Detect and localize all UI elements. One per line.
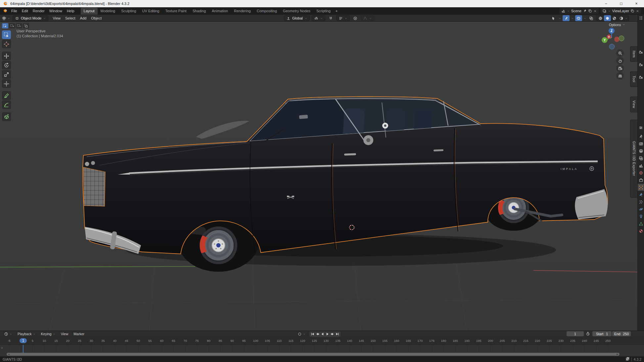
workspace-tab-sculpting[interactable]: Sculpting	[118, 8, 139, 15]
menu-render[interactable]: Render	[30, 8, 47, 14]
properties-tab-collection[interactable]	[639, 178, 643, 183]
workspace-tab-texture-paint[interactable]: Texture Paint	[162, 8, 189, 15]
toggle-xray-button[interactable]	[588, 15, 595, 21]
menu-window[interactable]: Window	[47, 8, 65, 14]
workspace-tab-scripting[interactable]: Scripting	[313, 8, 334, 15]
select-mode-extend[interactable]	[9, 23, 15, 28]
outliner-item-camera[interactable]	[639, 50, 643, 55]
navigation-gizmo[interactable]: Z Y X	[600, 26, 625, 52]
properties-tab-material[interactable]	[639, 229, 643, 234]
workspace-tab-geometry-nodes[interactable]: Geometry Nodes	[280, 8, 313, 15]
use-preview-range-button[interactable]	[586, 332, 590, 337]
shading-material-preview-button[interactable]	[611, 15, 618, 21]
workspace-tab-compositing[interactable]: Compositing	[254, 8, 280, 15]
timeline-menu-playback[interactable]: Playback	[15, 331, 38, 337]
tool-move[interactable]	[2, 52, 11, 60]
frame-start-field[interactable]: Start 1	[592, 331, 612, 336]
tool-select-box[interactable]	[2, 30, 11, 39]
select-mode-set[interactable]	[2, 23, 8, 28]
nav-zoom-button[interactable]	[616, 49, 624, 57]
viewport-3d-scene[interactable]: IMPALA	[0, 0, 644, 362]
viewport-menu-object[interactable]: Object	[89, 16, 104, 21]
timeline-ruler[interactable]: -551015202530354045505560657075808590951…	[0, 337, 644, 345]
tool-annotate[interactable]	[2, 91, 11, 100]
timeline-scrollbar[interactable]	[7, 353, 620, 356]
tool-add-cube[interactable]	[2, 112, 11, 121]
properties-tab-scene[interactable]	[639, 163, 643, 169]
current-frame-field[interactable]: 1	[567, 331, 584, 336]
workspace-tab-uv-editing[interactable]: UV Editing	[139, 8, 162, 15]
mode-selector[interactable]: Object Mode	[13, 15, 48, 21]
transport-jump-to-start[interactable]	[310, 332, 315, 337]
properties-tab-output[interactable]	[639, 149, 643, 154]
editor-type-button[interactable]	[2, 16, 10, 21]
select-mode-subtract[interactable]	[16, 23, 22, 28]
timeline-menu-view[interactable]: View	[59, 331, 71, 337]
workspace-tab-rendering[interactable]: Rendering	[231, 8, 254, 15]
auto-keying-button[interactable]	[295, 331, 308, 337]
sidebar-tab-item[interactable]: Item	[630, 46, 637, 62]
tool-transform[interactable]	[2, 79, 11, 88]
maximize-button[interactable]: □	[614, 0, 629, 7]
workspace-tab-modeling[interactable]: Modeling	[98, 8, 118, 15]
nav-grid-button[interactable]	[616, 72, 624, 80]
viewport-menu-add[interactable]: Add	[78, 16, 89, 21]
transport-next-keyframe[interactable]	[330, 332, 335, 337]
properties-tab-tool[interactable]	[639, 134, 643, 140]
tool-rotate[interactable]	[2, 61, 11, 69]
timeline-menu-marker[interactable]: Marker	[71, 331, 87, 337]
sidebar-tab-giants-i3d-exporter[interactable]: GIANTS I3D Exporter	[630, 120, 637, 198]
properties-tab-world[interactable]	[639, 171, 643, 176]
sidebar-tab-tool[interactable]: Tool	[630, 71, 637, 87]
properties-editor-icon[interactable]	[639, 126, 643, 131]
properties-tab-object[interactable]	[639, 185, 643, 190]
outliner-editor-icon[interactable]	[639, 16, 643, 21]
transform-orientation-selector[interactable]: Global	[284, 15, 310, 21]
snap-to-selector[interactable]	[336, 15, 350, 21]
object-type-visibility-button[interactable]	[550, 15, 557, 21]
menu-file[interactable]: File	[9, 8, 20, 14]
minimize-button[interactable]: −	[598, 0, 614, 7]
close-button[interactable]: ×	[629, 0, 644, 7]
workspace-tab-layout[interactable]: Layout	[81, 8, 98, 15]
transport-previous-keyframe[interactable]	[315, 332, 320, 337]
tool-measure[interactable]	[2, 101, 11, 109]
add-workspace-button[interactable]: +	[334, 8, 340, 15]
expand-channels-icon[interactable]: ›	[1, 345, 3, 350]
proportional-falloff-selector[interactable]	[361, 15, 374, 21]
properties-tab-render[interactable]	[639, 141, 643, 147]
properties-tab-particles[interactable]	[639, 200, 643, 205]
outliner-item-camera[interactable]	[639, 63, 643, 68]
workspace-tab-animation[interactable]: Animation	[209, 8, 231, 15]
snap-toggle[interactable]	[327, 15, 334, 21]
nav-camera-button[interactable]	[616, 64, 624, 72]
shading-wireframe-button[interactable]	[597, 15, 604, 21]
transport-play[interactable]	[325, 332, 330, 337]
shading-rendered-button[interactable]	[618, 15, 625, 21]
show-gizmo-toggle[interactable]	[563, 15, 570, 21]
menu-edit[interactable]: Edit	[20, 8, 30, 14]
gizmo-neg-x-axis[interactable]	[614, 37, 620, 42]
timeline-menu-keying[interactable]: Keying	[39, 331, 58, 337]
menu-help[interactable]: Help	[65, 8, 77, 14]
gizmo-neg-y-axis[interactable]	[619, 36, 624, 41]
playhead-line[interactable]	[23, 345, 23, 353]
blender-menu-icon[interactable]	[3, 8, 8, 14]
tool-cursor[interactable]	[2, 40, 11, 48]
properties-tab-constraints[interactable]	[639, 214, 643, 220]
frame-end-field[interactable]: End 250	[612, 331, 631, 336]
transport-play-reverse[interactable]	[320, 332, 325, 337]
view-layer-selector[interactable]: ViewLayer	[601, 8, 641, 14]
select-mode-intersect[interactable]	[23, 23, 29, 28]
proportional-editing-toggle[interactable]	[352, 15, 359, 21]
sidebar-tab-view[interactable]: View	[630, 97, 637, 112]
transport-jump-to-end[interactable]	[335, 332, 340, 337]
pivot-point-selector[interactable]	[312, 15, 325, 21]
properties-tab-view-layer[interactable]	[639, 156, 643, 161]
outliner-item-camera[interactable]	[639, 75, 643, 80]
properties-tab-modifiers[interactable]	[639, 192, 643, 198]
nav-pan-button[interactable]	[616, 57, 624, 64]
workspace-tab-shading[interactable]: Shading	[190, 8, 209, 15]
properties-tab-object-data[interactable]	[639, 221, 643, 227]
viewport-menu-view[interactable]: View	[51, 16, 63, 21]
